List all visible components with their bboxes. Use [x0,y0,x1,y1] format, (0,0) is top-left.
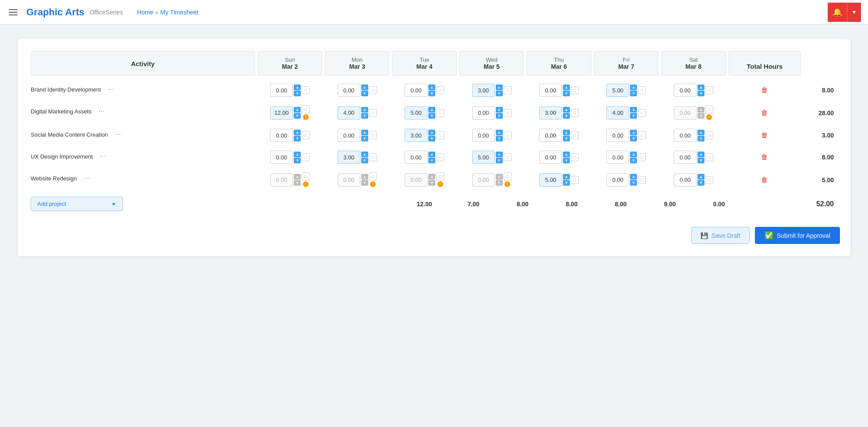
submit-approval-button[interactable]: ✅ Submit for Approval [755,227,840,244]
hour-input[interactable] [472,106,495,120]
spin-down-button[interactable]: ▼ [361,91,368,96]
hour-input[interactable] [539,151,562,164]
comment-button[interactable]: □ [436,86,444,94]
hour-input[interactable] [472,173,495,187]
spin-down-button[interactable]: ▼ [563,158,570,163]
spin-up-button[interactable]: ▲ [428,152,435,157]
spin-up-button[interactable]: ▲ [294,152,301,157]
comment-button[interactable]: □ [571,131,579,139]
row-menu-button[interactable]: ··· [80,173,93,183]
comment-button[interactable]: □ [436,131,444,139]
hour-input[interactable] [606,106,629,120]
delete-row-button[interactable]: 🗑 [759,152,770,163]
comment-button[interactable]: □ [638,86,646,94]
spin-up-button[interactable]: ▲ [630,174,637,180]
hour-input[interactable] [539,106,562,120]
hour-input[interactable] [674,173,697,187]
delete-row-button[interactable]: 🗑 [759,130,770,141]
hour-input[interactable] [674,106,697,120]
spin-up-button[interactable]: ▲ [496,85,503,90]
spin-down-button[interactable]: ▼ [697,136,704,141]
hour-input[interactable] [270,84,293,97]
spin-down-button[interactable]: ▼ [563,113,570,119]
comment-button[interactable]: □ [369,173,377,180]
comment-button[interactable]: □ [302,153,309,161]
spin-down-button[interactable]: ▼ [361,158,368,163]
hour-input[interactable] [338,84,360,97]
spin-down-button[interactable]: ▼ [496,180,503,186]
spin-down-button[interactable]: ▼ [630,158,637,163]
hour-input[interactable] [472,84,495,97]
comment-button[interactable]: □ [436,153,444,161]
spin-up-button[interactable]: ▲ [294,174,301,180]
spin-down-button[interactable]: ▼ [361,180,368,186]
hour-input[interactable] [606,151,629,164]
comment-button[interactable]: □ [436,109,444,117]
spin-up-button[interactable]: ▲ [630,152,637,157]
spin-down-button[interactable]: ▼ [496,91,503,96]
spin-down-button[interactable]: ▼ [294,180,301,186]
comment-button[interactable]: □ [369,86,377,94]
comment-button[interactable]: □ [705,86,713,94]
hour-input[interactable] [539,84,562,97]
spin-down-button[interactable]: ▼ [294,158,301,163]
spin-down-button[interactable]: ▼ [361,113,368,119]
comment-button[interactable]: □ [302,106,309,113]
hour-input[interactable] [405,173,427,187]
comment-button[interactable]: □ [638,153,646,161]
row-menu-button[interactable]: ··· [111,130,124,139]
spin-down-button[interactable]: ▼ [563,136,570,141]
comment-button[interactable]: □ [369,131,377,139]
spin-up-button[interactable]: ▲ [361,152,368,157]
comment-button[interactable]: □ [571,153,579,161]
spin-up-button[interactable]: ▲ [563,85,570,90]
hour-input[interactable] [270,151,293,164]
delete-row-button[interactable]: 🗑 [759,85,770,96]
comment-button[interactable]: □ [638,176,646,184]
spin-up-button[interactable]: ▲ [563,130,570,135]
delete-row-button[interactable]: 🗑 [759,174,770,186]
comment-button[interactable]: □ [504,131,512,139]
spin-down-button[interactable]: ▼ [428,91,435,96]
hour-input[interactable] [270,173,293,187]
spin-down-button[interactable]: ▼ [361,136,368,141]
comment-button[interactable]: □ [705,153,713,161]
user-dropdown-button[interactable]: ▼ [847,3,861,22]
hour-input[interactable] [674,84,697,97]
hour-input[interactable] [674,129,697,142]
spin-up-button[interactable]: ▲ [496,130,503,135]
hour-input[interactable] [338,129,360,142]
spin-down-button[interactable]: ▼ [496,136,503,141]
spin-up-button[interactable]: ▲ [697,107,704,113]
spin-up-button[interactable]: ▲ [294,107,301,113]
hour-input[interactable] [405,106,427,120]
spin-up-button[interactable]: ▲ [294,130,301,135]
row-menu-button[interactable]: ··· [104,85,117,94]
hour-input[interactable] [338,151,360,164]
comment-button[interactable]: □ [504,109,512,117]
row-menu-button[interactable]: ··· [96,152,109,161]
comment-button[interactable]: □ [302,131,309,139]
spin-up-button[interactable]: ▲ [563,174,570,180]
spin-up-button[interactable]: ▲ [361,130,368,135]
hamburger-menu[interactable] [7,7,19,17]
comment-button[interactable]: □ [504,153,512,161]
hour-input[interactable] [472,151,495,164]
spin-up-button[interactable]: ▲ [428,85,435,90]
spin-up-button[interactable]: ▲ [697,152,704,157]
spin-up-button[interactable]: ▲ [697,174,704,180]
hour-input[interactable] [472,129,495,142]
comment-button[interactable]: □ [571,176,579,184]
spin-up-button[interactable]: ▲ [563,107,570,113]
spin-down-button[interactable]: ▼ [630,180,637,186]
spin-down-button[interactable]: ▼ [496,113,503,119]
hour-input[interactable] [405,84,427,97]
comment-button[interactable]: □ [369,153,377,161]
notification-button[interactable]: 🔔 [828,3,847,22]
comment-button[interactable]: □ [705,106,713,113]
spin-down-button[interactable]: ▼ [630,136,637,141]
comment-button[interactable]: □ [436,173,444,180]
comment-button[interactable]: □ [705,176,713,184]
save-draft-button[interactable]: 💾 Save Draft [691,227,750,244]
comment-button[interactable]: □ [571,86,579,94]
